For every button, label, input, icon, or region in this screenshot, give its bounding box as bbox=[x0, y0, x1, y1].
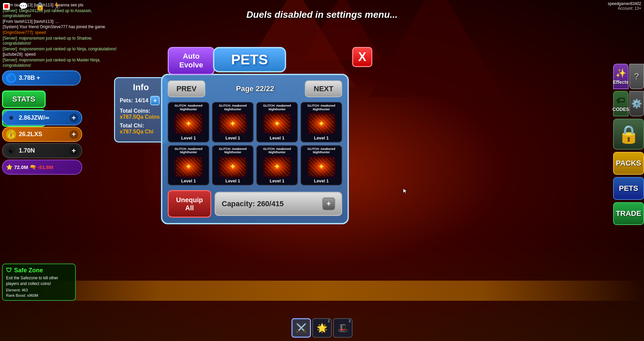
currency-gold[interactable]: 💰 26.2LXS + bbox=[2, 127, 82, 142]
codes-button[interactable]: 🏷 CODES bbox=[613, 91, 629, 116]
pet-level-1: Level 1 bbox=[181, 135, 196, 140]
codes-icon: 🏷 bbox=[616, 95, 625, 106]
total-chi-value: x787.5Qa Chi bbox=[120, 129, 162, 135]
total-coins-label: Total Coins: bbox=[120, 108, 162, 114]
pet-icon-4 bbox=[306, 112, 336, 135]
pet-icon-7 bbox=[262, 155, 292, 178]
coin-row[interactable]: 🔵 3.78B + bbox=[2, 70, 81, 86]
settings-button[interactable]: ⚙️ bbox=[629, 91, 644, 116]
trade-button[interactable]: TRADE bbox=[613, 202, 644, 225]
pet-name-7: GLITCH: AwakenedNighthunter bbox=[263, 147, 291, 155]
hotbar-slot-1[interactable]: ⚔️ bbox=[291, 318, 311, 338]
pets-plus-button[interactable]: + bbox=[150, 96, 160, 105]
chat-line: [Server]: majsnsnsmsm just ranked up to … bbox=[3, 36, 118, 46]
coin-value: 3.78B + bbox=[19, 74, 77, 81]
effects-label: Effects bbox=[613, 79, 629, 85]
pets-nav-button[interactable]: PETS bbox=[613, 177, 644, 200]
chat-line: [OriginSteve777]: speed bbox=[3, 30, 118, 36]
yinyang-icon: ☯ bbox=[6, 146, 16, 156]
pet-name-1: GLITCH: AwakenedNighthunter bbox=[174, 104, 202, 111]
currency-panel: ❄ 2.86JZW/∞ + 💰 26.2LXS + ☯ 1.70N + ⭐ 72… bbox=[0, 70, 82, 175]
floor-stripe bbox=[0, 281, 644, 301]
username: speedgamer83402 bbox=[608, 1, 641, 6]
account-info: Account: 13+ bbox=[608, 6, 641, 11]
roblox-logo-area: 💬 🔒 🏃 bbox=[1, 1, 62, 11]
pet-name-6: GLITCH: AwakenedNighthunter bbox=[219, 147, 247, 155]
lock-icon: 🔒 bbox=[618, 124, 640, 145]
pet-level-6: Level 1 bbox=[225, 178, 240, 183]
pet-level-8: Level 1 bbox=[314, 178, 329, 183]
nav-row: PREV Page 22/22 NEXT bbox=[168, 80, 342, 97]
currency-chi-rate[interactable]: ❄ 2.86JZW/∞ + bbox=[2, 110, 82, 125]
pet-icon-3 bbox=[262, 112, 292, 135]
total-chi-label: Total Chi: bbox=[120, 123, 162, 129]
gold-value: 26.2LXS bbox=[19, 131, 67, 138]
capacity-box: Capacity: 260/415 + bbox=[215, 192, 342, 216]
capacity-plus-button[interactable]: + bbox=[322, 197, 335, 210]
unknown-button[interactable]: ? bbox=[629, 64, 644, 89]
pet-card-5[interactable]: GLITCH: AwakenedNighthunter Level 1 bbox=[168, 145, 209, 186]
packs-button[interactable]: PACKS bbox=[613, 152, 644, 175]
currency-dual[interactable]: ⭐ 72.0M 🔫 -51.8M bbox=[2, 160, 82, 175]
pets-title: PETS bbox=[213, 47, 286, 72]
roblox-icon[interactable] bbox=[1, 1, 11, 11]
star-value: ⭐ 72.0M bbox=[6, 164, 28, 170]
gold-icon: 💰 bbox=[6, 129, 16, 139]
pet-card-2[interactable]: GLITCH: AwakenedNighthunter Level 1 bbox=[212, 102, 254, 143]
auto-evolve-button[interactable]: AutoEvolve bbox=[168, 47, 215, 75]
chi-icon: ❄ bbox=[6, 113, 16, 123]
close-button[interactable]: X bbox=[352, 47, 372, 67]
pet-card-7[interactable]: GLITCH: AwakenedNighthunter Level 1 bbox=[256, 145, 298, 186]
pet-name-3: GLITCH: AwakenedNighthunter bbox=[263, 104, 291, 111]
next-button[interactable]: NEXT bbox=[305, 80, 342, 97]
pets-label: Pets: bbox=[120, 98, 133, 104]
hotbar-slot-2[interactable]: 2 🌟 bbox=[312, 318, 332, 338]
unequip-button[interactable]: UnequipAll bbox=[168, 190, 211, 218]
pet-card-4[interactable]: GLITCH: AwakenedNighthunter Level 1 bbox=[301, 102, 342, 143]
username-area: speedgamer83402 Account: 13+ bbox=[608, 1, 641, 11]
pet-level-3: Level 1 bbox=[270, 135, 284, 140]
lock-area[interactable]: 🔒 bbox=[613, 119, 644, 150]
damage-value: 🔫 -51.8M bbox=[30, 164, 53, 170]
pet-card-6[interactable]: GLITCH: AwakenedNighthunter Level 1 bbox=[212, 145, 254, 186]
pet-icon-2 bbox=[218, 112, 248, 135]
hotbar: ⚔️ 2 🌟 3 🎩 bbox=[291, 318, 353, 338]
pet-level-2: Level 1 bbox=[225, 135, 240, 140]
currency-yinyang[interactable]: ☯ 1.70N + bbox=[2, 143, 82, 158]
pet-name-8: GLITCH: AwakenedNighthunter bbox=[307, 147, 335, 155]
total-coins-row: Total Coins: x787.5Qa Coins bbox=[120, 108, 162, 120]
pet-card-8[interactable]: GLITCH: AwakenedNighthunter Level 1 bbox=[301, 145, 342, 186]
packs-label: PACKS bbox=[616, 159, 641, 168]
pets-count-row: Pets: 14/14 + bbox=[120, 96, 162, 105]
hotbar-icon-1: ⚔️ bbox=[296, 323, 307, 333]
effects-button[interactable]: ✨ Effects bbox=[613, 64, 629, 89]
pet-name-2: GLITCH: AwakenedNighthunter bbox=[219, 104, 247, 111]
effects-icon: ✨ bbox=[615, 68, 626, 78]
pet-icon-6 bbox=[218, 155, 248, 178]
pet-icon-1 bbox=[173, 112, 204, 135]
yinyang-value: 1.70N bbox=[19, 147, 67, 154]
pet-level-4: Level 1 bbox=[314, 135, 329, 140]
coin-icon: 🔵 bbox=[6, 73, 16, 83]
hotbar-icon-3: 🎩 bbox=[337, 323, 348, 333]
svg-rect-1 bbox=[4, 4, 8, 8]
pet-card-1[interactable]: GLITCH: AwakenedNighthunter Level 1 bbox=[168, 102, 209, 143]
pet-card-3[interactable]: GLITCH: AwakenedNighthunter Level 1 bbox=[256, 102, 298, 143]
chi-rate-plus[interactable]: + bbox=[69, 114, 78, 122]
gear-icon: ⚙️ bbox=[631, 99, 642, 109]
pets-nav-label: PETS bbox=[619, 184, 638, 193]
chat-icon[interactable]: 💬 bbox=[18, 1, 28, 11]
trade-label: TRADE bbox=[616, 209, 641, 218]
pet-icon-8 bbox=[306, 155, 336, 178]
player-icon[interactable]: 🏃 bbox=[52, 1, 62, 11]
safe-zone-footer1: Element: 463 bbox=[6, 288, 72, 292]
gold-plus[interactable]: + bbox=[69, 130, 78, 139]
yinyang-plus[interactable]: + bbox=[69, 147, 78, 155]
action-row: UnequipAll Capacity: 260/415 + bbox=[168, 190, 342, 218]
safe-zone-footer2: Rank Boost: x960M bbox=[6, 293, 72, 297]
pet-name-4: GLITCH: AwakenedNighthunter bbox=[307, 104, 335, 111]
prev-button[interactable]: PREV bbox=[168, 80, 205, 97]
inventory-icon[interactable]: 🔒 bbox=[35, 1, 45, 11]
safe-zone-panel: 🛡 Safe Zone Exit the Safezone to kill ot… bbox=[2, 264, 76, 301]
hotbar-slot-3[interactable]: 3 🎩 bbox=[333, 318, 353, 338]
